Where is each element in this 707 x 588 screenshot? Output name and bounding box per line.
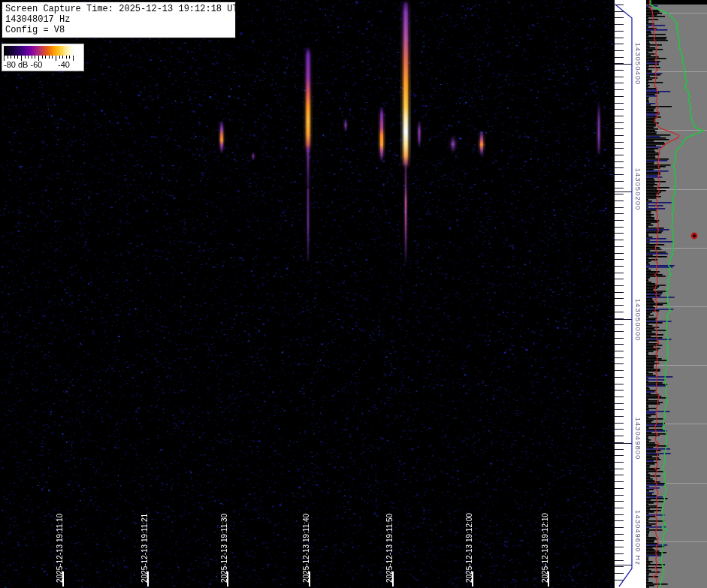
frequency-scale: 1430504001430502001430500001430498001430…	[615, 0, 646, 588]
frequency-text: 143048017 Hz	[5, 14, 232, 25]
colorbar-tick	[25, 56, 26, 59]
db-mid-label: -60	[31, 60, 43, 69]
colorbar-tick	[62, 56, 63, 59]
color-scale-legend: -80 dB -60 -40	[2, 44, 84, 71]
colorbar-tick	[52, 56, 53, 59]
db-unit-label: dB	[18, 60, 28, 69]
color-gradient-bar	[4, 46, 74, 56]
colorbar-tick	[66, 56, 67, 59]
colorbar-tick	[17, 56, 18, 59]
db-max-label: -40	[58, 60, 70, 69]
colorbar-tick	[8, 56, 8, 59]
colorbar-tick	[59, 56, 60, 59]
info-box: Screen Capture Time: 2025-12-13 19:12:18…	[2, 2, 236, 38]
colorbar-tick	[11, 56, 11, 59]
spectrogram-waterfall	[0, 0, 615, 588]
colorbar-tick	[42, 56, 43, 59]
colorbar-tick	[49, 56, 50, 59]
colorbar-tick	[35, 56, 35, 59]
freq-axis-line	[615, 0, 646, 588]
colorbar-tick	[14, 56, 15, 59]
capture-time-text: Screen Capture Time: 2025-12-13 19:12:18…	[5, 4, 232, 14]
colorbar-tick	[28, 56, 29, 59]
config-text: Config = V8	[5, 25, 232, 35]
db-min-label: -80	[4, 60, 16, 69]
colorbar-tick	[32, 56, 32, 59]
color-scale-labels: -80 dB -60 -40	[4, 60, 82, 69]
colorbar-tick	[45, 56, 46, 59]
spectrum-lab-screen: 2025-12-13 19:11:102025-12-13 19:11:2120…	[0, 0, 707, 588]
spectrum-analyzer-panel	[646, 0, 707, 588]
colorbar-tick	[69, 56, 70, 59]
